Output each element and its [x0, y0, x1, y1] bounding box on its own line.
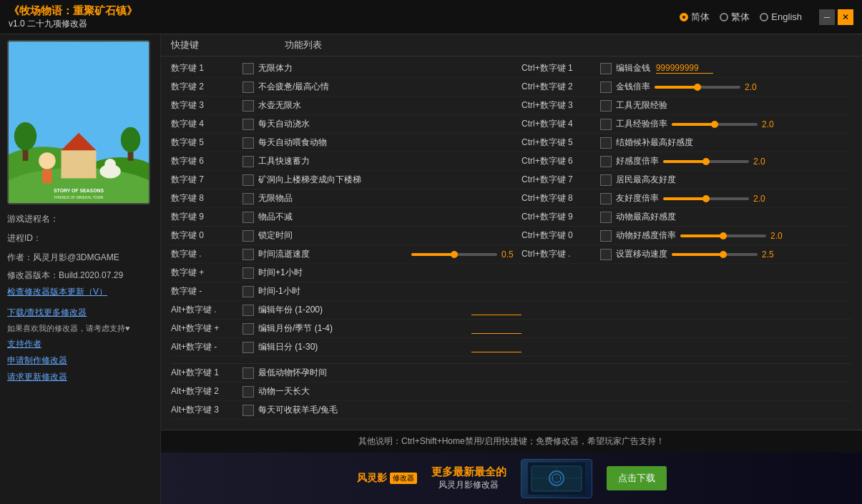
checkbox[interactable] — [243, 156, 254, 167]
checkbox-r[interactable] — [600, 119, 612, 130]
checkbox[interactable] — [243, 230, 254, 242]
row-left: Alt+数字键 + 编辑月份/季节 (1-4) — [171, 322, 521, 335]
checkbox[interactable] — [243, 386, 254, 397]
year-input[interactable] — [471, 305, 521, 315]
checkbox[interactable] — [243, 405, 254, 416]
checkbox[interactable] — [243, 63, 254, 74]
checkbox[interactable] — [243, 367, 254, 379]
feature-label: 锁定时间 — [258, 229, 521, 242]
checkbox[interactable] — [243, 193, 254, 204]
feature-label-r: 设置移动速度 — [616, 248, 667, 260]
checkbox-r[interactable] — [600, 100, 612, 112]
title-block: 《牧场物语：重聚矿石镇》 v1.0 二十九项修改器 — [9, 4, 137, 30]
slider-thumb[interactable] — [702, 195, 710, 202]
slider-container: 时间流逝速度 0.5 — [258, 248, 521, 260]
close-button[interactable]: ✕ — [838, 9, 853, 25]
checkbox[interactable] — [243, 174, 254, 186]
hotkey-table: 数字键 1 无限体力 Ctrl+数字键 1 编辑金钱 数字键 2 不会疲惫 — [161, 56, 862, 430]
checkbox[interactable] — [243, 249, 254, 260]
checkbox-r[interactable] — [600, 63, 612, 74]
table-row: 数字键 4 每天自动浇水 Ctrl+数字键 4 工具经验倍率 2.0 — [171, 115, 852, 134]
key-label: 数字键 8 — [171, 192, 243, 204]
slider-thumb[interactable] — [451, 251, 458, 258]
download-button[interactable]: 点击下载 — [607, 466, 667, 490]
feature-label-r: 工具经验倍率 — [616, 118, 667, 130]
table-row: Alt+数字键 2 动物一天长大 — [171, 382, 852, 401]
check-update-link[interactable]: 检查修改器版本更新（V） — [7, 286, 153, 298]
download-more-link[interactable]: 下载/查找更多修改器 — [7, 307, 153, 319]
request-trainer-link[interactable]: 申请制作修改器 — [7, 355, 153, 367]
checkbox-r[interactable] — [600, 81, 612, 93]
checkbox-r[interactable] — [600, 156, 612, 167]
month-input[interactable] — [471, 323, 521, 334]
slider-fill — [655, 86, 697, 89]
checkbox[interactable] — [243, 323, 254, 335]
slider-track[interactable] — [680, 234, 766, 237]
key-label-r: Ctrl+数字键 2 — [521, 81, 600, 93]
row-left: 数字键 . 时间流逝速度 0.5 — [171, 248, 521, 260]
feature-label: 工具快速蓄力 — [258, 155, 521, 167]
svg-rect-11 — [42, 169, 52, 184]
slider-thumb[interactable] — [694, 84, 701, 91]
lang-simplified[interactable]: 简体 — [680, 11, 710, 24]
slider-track[interactable] — [672, 253, 758, 256]
slider-fill — [411, 253, 454, 256]
key-label-r: Ctrl+数字键 0 — [521, 229, 600, 242]
key-label-r: Ctrl+数字键 . — [521, 248, 600, 260]
row-right: Ctrl+数字键 9 动物最高好感度 — [521, 211, 852, 223]
checkbox[interactable] — [243, 286, 254, 297]
checkbox-r[interactable] — [600, 212, 612, 223]
key-label: 数字键 1 — [171, 62, 243, 74]
checkbox-r[interactable] — [600, 193, 612, 204]
slider-thumb[interactable] — [711, 121, 718, 128]
slider-thumb[interactable] — [720, 251, 727, 258]
key-label: 数字键 6 — [171, 155, 243, 167]
checkbox[interactable] — [243, 305, 254, 316]
lang-radio-english — [760, 13, 768, 21]
checkbox-r[interactable] — [600, 230, 612, 242]
slider-track[interactable] — [411, 253, 497, 256]
checkbox-r[interactable] — [600, 137, 612, 149]
slider-thumb[interactable] — [702, 158, 710, 165]
version-section: 修改器版本：Build.2020.07.29 — [7, 270, 153, 282]
checkbox[interactable] — [243, 119, 254, 130]
slider-track[interactable] — [663, 160, 749, 163]
checkbox[interactable] — [243, 342, 254, 353]
cover-svg: STORY OF SEASONS FRIENDS OF MINERAL TOWN — [9, 40, 149, 204]
feature-label: 矿洞向上楼梯变成向下楼梯 — [258, 174, 521, 186]
checkbox[interactable] — [243, 267, 254, 279]
row-left: Alt+数字键 1 最低动物怀孕时间 — [171, 367, 521, 379]
slider-track[interactable] — [672, 123, 758, 126]
checkbox[interactable] — [243, 81, 254, 93]
feature-label-r: 好感度倍率 — [616, 155, 659, 167]
table-row: Alt+数字键 3 每天可收获羊毛/兔毛 — [171, 401, 852, 420]
slider-track[interactable] — [655, 86, 740, 89]
lang-english[interactable]: English — [760, 11, 802, 22]
version-title: v1.0 二十九项修改器 — [9, 18, 137, 30]
checkbox[interactable] — [243, 137, 254, 149]
banner-main-text: 更多最新最全的 风灵月影修改器 — [431, 465, 506, 491]
minimize-button[interactable]: ─ — [819, 9, 835, 25]
feature-label: 不会疲惫/最高心情 — [258, 81, 521, 93]
lang-radio-traditional — [720, 13, 728, 21]
slider-thumb[interactable] — [720, 232, 727, 239]
gold-input[interactable] — [656, 63, 713, 74]
support-author-link[interactable]: 支持作者 — [7, 338, 153, 350]
day-input[interactable] — [471, 342, 521, 352]
checkbox-r[interactable] — [600, 249, 612, 260]
row-left: 数字键 6 工具快速蓄力 — [171, 155, 521, 167]
checkbox[interactable] — [243, 100, 254, 112]
slider-container: 动物好感度倍率 2.0 — [616, 229, 852, 242]
lang-traditional[interactable]: 繁体 — [720, 11, 750, 24]
row-left: 数字键 7 矿洞向上楼梯变成向下楼梯 — [171, 174, 521, 186]
slider-container: 设置移动速度 2.5 — [616, 248, 852, 260]
slider-track[interactable] — [663, 197, 749, 200]
row-left: 数字键 3 水壶无限水 — [171, 99, 521, 112]
row-left: 数字键 9 物品不减 — [171, 211, 521, 223]
checkbox[interactable] — [243, 212, 254, 223]
slider-value: 0.5 — [501, 249, 521, 260]
row-left: 数字键 0 锁定时间 — [171, 229, 521, 242]
request-update-link[interactable]: 请求更新修改器 — [7, 371, 153, 383]
table-row: 数字键 + 时间+1小时 — [171, 264, 852, 282]
checkbox-r[interactable] — [600, 174, 612, 186]
